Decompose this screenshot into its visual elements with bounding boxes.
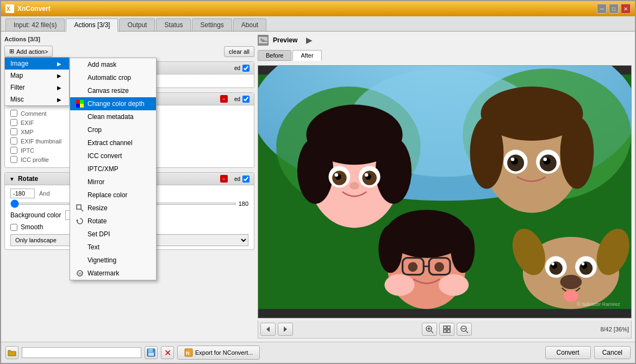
menu-label-misc: Misc xyxy=(10,96,24,103)
tab-settings[interactable]: Settings xyxy=(192,18,232,31)
checkbox-xmp[interactable] xyxy=(10,128,17,135)
svg-rect-4 xyxy=(76,104,80,108)
iptc-xmp-icon xyxy=(76,165,84,173)
menu-item-icc-convert[interactable]: ICC convert xyxy=(70,149,156,162)
tab-before[interactable]: Before xyxy=(258,50,291,61)
cancel-button[interactable]: Cancel xyxy=(594,346,631,359)
menu-item-mirror[interactable]: Mirror xyxy=(70,175,156,189)
tab-about[interactable]: About xyxy=(233,18,266,31)
convert-button[interactable]: Convert xyxy=(545,346,591,359)
clear-all-button[interactable]: clear all xyxy=(224,46,254,57)
minimize-button[interactable]: ─ xyxy=(597,4,607,14)
export-button[interactable]: N Export for NConvert... xyxy=(177,346,260,360)
menu-item-canvas-resize[interactable]: Canvas resize xyxy=(70,84,156,97)
zoom-in-icon xyxy=(425,325,434,334)
add-icon: ⊞ xyxy=(9,48,14,55)
fit-button[interactable] xyxy=(439,323,454,336)
menu-item-filter[interactable]: Filter ▶ xyxy=(5,81,69,93)
smooth-checkbox[interactable] xyxy=(10,224,17,231)
svg-point-54 xyxy=(439,274,469,296)
menu-item-crop[interactable]: Crop xyxy=(70,123,156,136)
tab-bar: Input: 42 file(s) Actions [3/3] Output S… xyxy=(1,16,635,32)
save-icon xyxy=(147,348,155,357)
automatic-enabled-checkbox[interactable] xyxy=(242,65,250,72)
svg-point-43 xyxy=(543,158,547,161)
preview-title: Preview xyxy=(273,36,297,44)
tab-actions[interactable]: Actions [3/3] xyxy=(66,18,118,32)
svg-point-42 xyxy=(511,158,515,161)
next-button[interactable] xyxy=(278,323,293,336)
rotate-remove-button[interactable]: − xyxy=(220,175,228,183)
menu-item-rotate[interactable]: Rotate xyxy=(70,215,156,228)
svg-rect-83 xyxy=(148,349,153,352)
prev-button[interactable] xyxy=(260,323,276,336)
svg-point-65 xyxy=(582,262,585,266)
right-panel: Preview ▶ Before After xyxy=(258,35,632,338)
submenu-arrow-image: ▶ xyxy=(57,61,61,67)
menu-item-automatic-crop[interactable]: Automatic crop xyxy=(70,71,156,84)
add-action-button[interactable]: ⊞ Add action> xyxy=(4,46,53,57)
canvas-resize-icon xyxy=(76,86,84,95)
title-bar-left: X XnConvert xyxy=(5,4,51,13)
zoom-out-icon xyxy=(460,325,469,334)
tab-output[interactable]: Output xyxy=(119,18,155,31)
checkbox-iptc[interactable] xyxy=(10,147,17,154)
clean-metadata-enabled-checkbox[interactable] xyxy=(242,96,250,103)
menu-item-map[interactable]: Map ▶ xyxy=(5,70,69,81)
zoom-out-button[interactable] xyxy=(457,323,472,336)
submenu-arrow-misc: ▶ xyxy=(57,97,61,103)
zoom-in-button[interactable] xyxy=(422,323,437,336)
menu-item-extract-channel[interactable]: Extract channel xyxy=(70,136,156,149)
svg-point-31 xyxy=(350,182,359,189)
preview-image-container: © Salvador Ramirez xyxy=(258,65,632,318)
menu-item-resize[interactable]: Resize xyxy=(70,202,156,215)
footer-path-input[interactable] xyxy=(22,347,141,358)
fit-icon xyxy=(442,325,451,334)
svg-line-80 xyxy=(466,331,468,333)
tab-input[interactable]: Input: 42 file(s) xyxy=(5,18,65,31)
menu-label-icc-convert: ICC convert xyxy=(88,152,122,160)
rotate-enabled-checkbox[interactable] xyxy=(242,175,250,183)
checkbox-comment[interactable] xyxy=(10,110,17,117)
menu-item-replace-color[interactable]: Replace color xyxy=(70,189,156,202)
menu-item-watermark[interactable]: W Watermark xyxy=(70,267,156,280)
checkbox-exif-thumb[interactable] xyxy=(10,137,17,145)
menu-label-text: Text xyxy=(88,243,99,251)
folder-button[interactable] xyxy=(5,346,18,359)
menu-item-add-mask[interactable]: Add mask xyxy=(70,58,156,71)
close-button[interactable]: ✕ xyxy=(621,4,631,14)
automatic-enabled-label: ed xyxy=(234,65,240,71)
svg-marker-7 xyxy=(76,219,78,221)
preview-nav xyxy=(260,323,293,336)
menu-label-filter: Filter xyxy=(10,84,25,91)
rotate-input[interactable] xyxy=(10,189,35,198)
menu-item-image[interactable]: Image ▶ xyxy=(5,58,69,70)
delete-button[interactable]: ✕ xyxy=(161,346,174,359)
menu-item-clean-metadata[interactable]: Clean metadata xyxy=(70,110,156,123)
menu-item-misc[interactable]: Misc ▶ xyxy=(5,93,69,105)
rotate-toggle[interactable]: ▼ xyxy=(9,176,15,182)
svg-text:W: W xyxy=(78,272,82,275)
checkbox-xmp-label: XMP xyxy=(21,129,34,135)
tab-after[interactable]: After xyxy=(292,50,321,61)
menu-item-vignetting[interactable]: Vignetting xyxy=(70,254,156,267)
save-button[interactable] xyxy=(145,346,158,359)
rotate-enabled-label: ed xyxy=(234,176,240,182)
menu-item-change-color-depth[interactable]: Change color depth xyxy=(70,97,156,110)
tab-status[interactable]: Status xyxy=(156,18,191,31)
menu-item-text[interactable]: Text xyxy=(70,241,156,254)
resize-icon xyxy=(76,204,84,212)
clean-metadata-remove-button[interactable]: − xyxy=(220,95,228,103)
menu-item-iptc-xmp[interactable]: IPTC/XMP xyxy=(70,162,156,175)
menu-item-set-dpi[interactable]: Set DPI xyxy=(70,228,156,241)
folder-icon xyxy=(8,349,16,356)
maximize-button[interactable]: □ xyxy=(609,4,619,14)
svg-rect-6 xyxy=(77,205,81,209)
vignetting-icon xyxy=(76,256,84,265)
checkbox-exif[interactable] xyxy=(10,119,17,126)
checkbox-icc[interactable] xyxy=(10,156,17,163)
menu-label-rotate: Rotate xyxy=(88,217,107,225)
menu-label-extract-channel: Extract channel xyxy=(88,139,133,147)
menu-label-automatic-crop: Automatic crop xyxy=(88,74,131,81)
svg-rect-5 xyxy=(80,104,84,108)
